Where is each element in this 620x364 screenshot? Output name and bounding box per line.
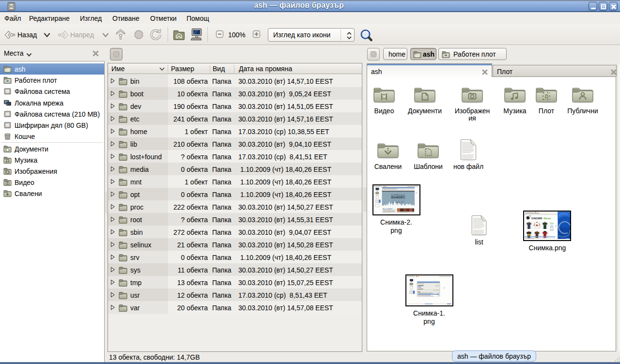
svg-text:D: D (545, 94, 548, 99)
svg-text:T-shirts: T-shirts (550, 222, 553, 223)
svg-text:About GUADEC: About GUADEC (383, 208, 393, 210)
svg-text:GUADEC: GUADEC (391, 196, 405, 199)
svg-text:Hoodies: Hoodies (550, 225, 553, 226)
svg-text:GNOME: GNOME (531, 217, 542, 220)
svg-text:Store: Store (543, 217, 551, 220)
